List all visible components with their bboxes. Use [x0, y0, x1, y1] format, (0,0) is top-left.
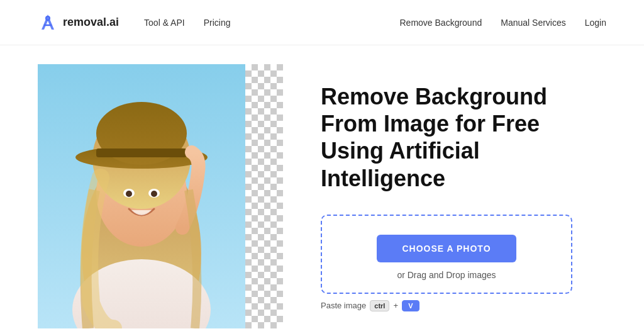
- nav-left-links: Tool & API Pricing: [144, 18, 230, 28]
- paste-hint-row: Paste image ctrl + V: [321, 300, 606, 311]
- hero-section: Remove Background From Image for Free Us…: [0, 45, 644, 336]
- hero-title: Remove Background From Image for Free Us…: [321, 83, 606, 192]
- hero-image-container: [38, 64, 283, 328]
- nav-remove-background[interactable]: Remove Background: [399, 18, 482, 28]
- nav-login[interactable]: Login: [585, 18, 606, 28]
- v-key: V: [402, 300, 419, 311]
- navbar: removal.ai Tool & API Pricing Remove Bac…: [0, 0, 644, 45]
- svg-rect-9: [96, 148, 187, 157]
- upload-dropzone[interactable]: CHOOSE A PHOTO or Drag and Drop images: [321, 215, 572, 294]
- paste-label: Paste image: [321, 301, 366, 310]
- nav-right-links: Remove Background Manual Services Login: [399, 18, 606, 28]
- person-illustration: [38, 64, 245, 328]
- svg-point-12: [126, 191, 132, 197]
- nav-manual-services[interactable]: Manual Services: [501, 18, 566, 28]
- nav-pricing[interactable]: Pricing: [204, 18, 231, 28]
- logo-text: removal.ai: [63, 16, 119, 29]
- hero-content: Remove Background From Image for Free Us…: [321, 64, 606, 311]
- choose-photo-button[interactable]: CHOOSE A PHOTO: [377, 235, 516, 262]
- drag-drop-text: or Drag and Drop images: [397, 270, 496, 280]
- logo-icon: [38, 13, 58, 33]
- nav-tool-api[interactable]: Tool & API: [144, 18, 185, 28]
- ctrl-key: ctrl: [370, 300, 389, 311]
- plus-sign: +: [393, 301, 398, 310]
- logo[interactable]: removal.ai: [38, 13, 119, 33]
- person-photo: [38, 64, 245, 328]
- svg-point-13: [151, 191, 157, 197]
